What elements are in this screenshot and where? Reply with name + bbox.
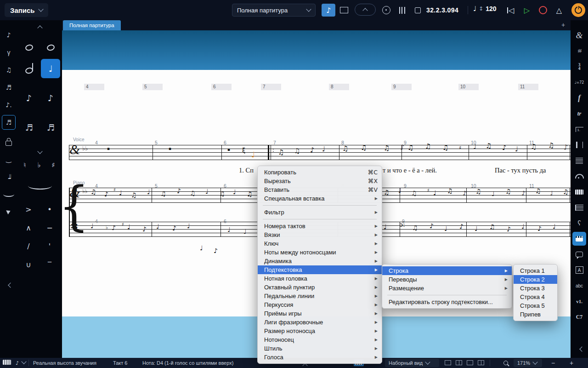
zoom-out-button[interactable]: − (551, 359, 555, 367)
menu-item[interactable]: Голоса ▶ (258, 353, 382, 362)
figured-bass-icon[interactable]: v1. (572, 294, 586, 308)
articulation-button[interactable]: ' (40, 237, 60, 255)
tempo-mark-icon[interactable]: ♩=72 (572, 75, 586, 89)
chord-input-icon[interactable]: ♩♩ (2, 169, 16, 184)
menu-item[interactable]: Размер нотоносца ▶ (258, 327, 382, 335)
tuplet-icon[interactable]: ♫ (2, 63, 16, 77)
menu-item[interactable]: Приёмы игры ▶ (258, 309, 382, 318)
menu-item[interactable]: Ноты между нотоносцами ▶ (258, 248, 382, 257)
menu-item[interactable]: Нотная головка ▶ (258, 274, 382, 283)
zoom-in-button[interactable]: + (570, 359, 573, 367)
menu-item[interactable]: Строка 4 (514, 293, 557, 301)
play-button[interactable]: ▷ (520, 4, 533, 17)
power-button[interactable] (571, 3, 585, 17)
note-input-icon[interactable]: ♪ (322, 4, 335, 17)
view-single-page-icon[interactable] (445, 360, 451, 365)
menu-item[interactable]: Динамика ▶ (258, 257, 382, 265)
menu-item[interactable]: Копировать ⌘C ▶ (258, 168, 382, 177)
quarter-note-button[interactable]: ♩ (41, 59, 60, 78)
menu-item[interactable]: Лиги фразировочные ▶ (258, 318, 382, 327)
view-grid-icon[interactable] (478, 360, 484, 365)
ornaments-icon[interactable]: tr (572, 107, 586, 121)
menu-item[interactable]: Размещение ▶ (382, 284, 512, 293)
staff-lines-icon[interactable] (572, 154, 586, 167)
rest-icon[interactable]: γ (2, 45, 16, 60)
tab-full-score[interactable]: Полная партитура (63, 20, 121, 30)
dotted-note-icon[interactable]: ♪. (2, 98, 16, 112)
chord-symbols-icon[interactable]: C7 (572, 310, 586, 324)
listen-icon[interactable]: ʕ (572, 216, 586, 230)
half-note-button[interactable] (19, 59, 39, 78)
menu-item[interactable]: ▶ (382, 293, 512, 298)
menu-item[interactable]: ▶ (258, 217, 382, 222)
pitch-mode-label[interactable]: Реальная высота звучания (33, 360, 96, 366)
note-input-status-icon[interactable]: ♪ (16, 360, 19, 366)
go-to-start-button[interactable]: ◁ (504, 4, 517, 17)
clefs-icon[interactable]: & (572, 29, 586, 42)
articulation-button[interactable]: ‾ (40, 256, 60, 273)
record-menu-button[interactable]: Запись (5, 3, 48, 17)
articulation-button[interactable]: • (40, 201, 60, 218)
slur-button[interactable] (19, 176, 61, 196)
time-signature-icon[interactable]: 34 (572, 60, 586, 74)
repeats-icon[interactable]: 1. (572, 122, 586, 136)
video-icon[interactable] (572, 232, 586, 246)
accidental-button[interactable]: ♭ (33, 158, 45, 172)
eighth-note-alt-button[interactable]: ♪ (41, 88, 60, 108)
accidental-button[interactable]: ♯ (47, 158, 60, 172)
zoom-level-select[interactable]: 171% (514, 359, 542, 367)
menu-item[interactable]: Вязки ▶ (258, 230, 382, 239)
collapse-left-panel-button[interactable] (4, 278, 17, 293)
menu-item[interactable]: Перкуссия ▶ (258, 300, 382, 309)
view-mode-select[interactable]: Наборный вид (385, 359, 439, 367)
sixteenth-note-alt-button[interactable]: ♬ (41, 118, 60, 137)
menu-item[interactable]: Строка 1 (514, 266, 557, 275)
eighth-note-button[interactable]: ♪ (19, 88, 39, 108)
keyboard-icon[interactable] (572, 185, 586, 199)
menu-item[interactable]: Номера тактов ▶ (258, 222, 382, 230)
chevron-down-icon[interactable] (21, 359, 26, 364)
mixer-icon[interactable] (395, 4, 409, 17)
text-frame-icon[interactable]: A (572, 263, 586, 277)
menu-item[interactable]: Ключ ▶ (258, 239, 382, 248)
metronome-icon[interactable]: △ (553, 4, 565, 17)
menu-item[interactable]: Фильтр ▶ (258, 208, 382, 217)
menu-item[interactable]: Строка 2 (514, 275, 557, 284)
view-horizontal-icon[interactable] (467, 360, 473, 365)
note-glyph[interactable]: ♪ (214, 247, 218, 254)
articulation-button[interactable]: > (18, 201, 39, 218)
accidental-button[interactable]: ♮ (18, 158, 31, 172)
menu-item[interactable]: Штиль ▶ (258, 344, 382, 353)
palette-scroll-up-button[interactable] (18, 23, 62, 31)
menu-item[interactable]: Подтекстовка ▶ (258, 265, 382, 274)
loop-icon[interactable] (411, 4, 424, 17)
lyric-syllables[interactable]: Пас - тух пусть да (495, 167, 546, 174)
collapse-right-panel-button[interactable] (575, 342, 588, 356)
lyric-syllables[interactable]: 1. Сп (239, 167, 254, 174)
video-reel-icon[interactable] (379, 4, 393, 17)
breve-button[interactable] (19, 36, 39, 55)
lock-icon[interactable] (2, 134, 16, 149)
menu-item[interactable]: Переводы ▶ (382, 275, 512, 284)
marquee-select-icon[interactable] (337, 4, 351, 17)
menu-item[interactable]: ▶ (258, 203, 382, 208)
menu-item[interactable]: Октавный пунктир ▶ (258, 283, 382, 292)
lyric-syllables[interactable]: т и что е - ё а - лей. (383, 167, 437, 174)
expand-toolbar-button[interactable] (355, 4, 376, 16)
lyrics-icon[interactable]: abc (572, 279, 586, 293)
slur-tool-icon[interactable] (2, 187, 16, 201)
layout-select[interactable]: Полная партитура (232, 4, 316, 17)
menu-item[interactable]: Припев (514, 310, 557, 319)
menu-item[interactable]: Строка 5 (514, 301, 557, 310)
record-button[interactable] (537, 4, 549, 17)
grand-staff-icon[interactable] (572, 201, 586, 214)
menu-item[interactable]: Педальные линии ▶ (258, 292, 382, 300)
dynamics-icon[interactable]: f (572, 91, 586, 105)
grace-note-icon[interactable]: ♪ (2, 28, 16, 42)
key-signature-icon[interactable]: ♯♯ (572, 44, 586, 58)
menu-item[interactable]: Вырезать ⌘X ▶ (258, 177, 382, 185)
sixteenth-note-button[interactable]: ♬ (19, 118, 39, 137)
articulation-button[interactable]: ∪ (18, 256, 39, 273)
view-spread-icon[interactable] (456, 360, 462, 365)
barlines-icon[interactable] (572, 138, 586, 152)
